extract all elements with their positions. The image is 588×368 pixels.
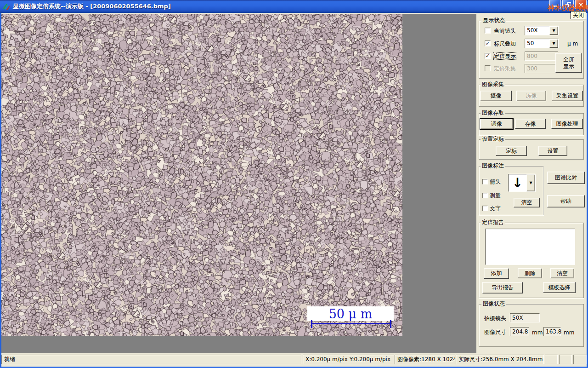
fullscreen-button-line2: 显示 xyxy=(563,63,574,70)
annotation-clear-button[interactable]: 清空 xyxy=(514,198,540,207)
image-storage-group-label: 图像存取 xyxy=(481,110,505,116)
shoot-lens-label: 拍摄镜头 xyxy=(484,315,506,322)
micrograph-image[interactable] xyxy=(1,14,402,336)
image-capture-group-label: 图像采集 xyxy=(481,81,505,87)
fixed-display-label[interactable]: 定倍显示 xyxy=(494,53,516,59)
shoot-button[interactable]: 摄像 xyxy=(480,91,512,101)
arrow-label[interactable]: 箭头 xyxy=(490,178,501,185)
scalebar-label: 50 μ m xyxy=(329,308,373,320)
fixed-capture-label: 定倍采集 xyxy=(494,65,516,72)
template-select-button[interactable]: 模板选择 xyxy=(543,282,576,293)
image-status-group xyxy=(479,304,584,347)
export-report-button[interactable]: 导出报告 xyxy=(482,282,523,293)
image-width-input[interactable]: 204.8 xyxy=(510,327,529,336)
application-window: 50 μ m 显示状态 当前镜头 50X ▼ ✓ 标尺叠加 50 ▼ μ m ✓… xyxy=(0,0,588,368)
report-listbox[interactable] xyxy=(485,229,575,265)
measure-label[interactable]: 测量 xyxy=(490,192,501,199)
fixed-capture-checkbox xyxy=(485,65,491,71)
current-lens-value: 50X xyxy=(525,26,549,35)
check-icon: ✓ xyxy=(486,41,490,46)
image-size-label: 图像尺寸 xyxy=(484,329,506,335)
fullscreen-button[interactable]: 全屏 显示 xyxy=(555,53,582,73)
scalebar-tick-right xyxy=(390,320,391,328)
status-actual-size: 实际尺寸:256.0mm X 204.8mm xyxy=(456,355,544,364)
image-height-input[interactable]: 163.8 xyxy=(543,327,561,336)
chevron-down-icon[interactable]: ▼ xyxy=(526,174,535,191)
status-image-pixels: 图像像素:1280 X 1024 xyxy=(395,355,455,364)
fixed-display-checkbox[interactable]: ✓ xyxy=(485,53,491,59)
status-empty-3 xyxy=(573,355,587,364)
title-bar[interactable]: 显微图像定倍系统--演示版 - [20090602055646.bmp] xyxy=(0,0,588,13)
arrow-down-icon: ↓ xyxy=(509,174,526,191)
report-delete-button[interactable]: 删除 xyxy=(518,268,542,278)
calibration-group xyxy=(479,139,584,160)
chevron-down-icon[interactable]: ▼ xyxy=(549,39,558,48)
image-width-unit: mm xyxy=(532,329,543,336)
measure-checkbox[interactable] xyxy=(482,193,488,198)
status-empty-1 xyxy=(545,355,558,364)
report-clear-button[interactable]: 清空 xyxy=(550,268,574,278)
status-pixel-scale: X:0.200μ m/pix Y:0.200μ m/pix xyxy=(303,355,394,364)
freeze-button: 冻像 xyxy=(516,91,546,101)
status-empty-2 xyxy=(559,355,572,364)
calibration-group-label: 设置定标 xyxy=(481,136,505,142)
scalebar-line xyxy=(311,323,391,324)
calibrate-button[interactable]: 定标 xyxy=(496,146,527,156)
arrow-checkbox[interactable] xyxy=(482,179,488,184)
ruler-overlay-label[interactable]: 标尺叠加 xyxy=(494,40,516,47)
capture-settings-button[interactable]: 采集设置 xyxy=(552,91,583,101)
save-image-button[interactable]: 存像 xyxy=(515,119,546,129)
status-bar: 就绪 X:0.200μ m/pix Y:0.200μ m/pix 图像像素:12… xyxy=(1,353,587,367)
fullscreen-button-line1: 全屏 xyxy=(563,56,574,63)
arrow-style-select[interactable]: ↓ ▼ xyxy=(508,174,536,192)
current-lens-label[interactable]: 当前镜头 xyxy=(494,28,516,34)
atlas-compare-button[interactable]: 图谱比对 xyxy=(547,172,585,184)
text-checkbox[interactable] xyxy=(482,206,488,211)
app-icon xyxy=(2,3,10,11)
ruler-unit-label: μ m xyxy=(567,40,578,47)
calibration-setup-button[interactable]: 设置 xyxy=(538,146,567,156)
help-button[interactable]: 帮助 xyxy=(547,195,585,207)
display-status-group-label: 显示状态 xyxy=(481,17,506,23)
shoot-lens-input[interactable]: 50X xyxy=(510,313,540,322)
report-group-label: 定倍报告 xyxy=(481,219,505,225)
window-title: 显微图像定倍系统--演示版 - [20090602055646.bmp] xyxy=(13,2,171,11)
ruler-size-value: 50 xyxy=(525,39,549,48)
annotation-group-label: 图像标注 xyxy=(481,163,505,169)
ruler-size-select[interactable]: 50 ▼ xyxy=(525,39,559,48)
report-add-button[interactable]: 添加 xyxy=(484,268,509,279)
close-tooltip: 关闭 xyxy=(571,11,586,19)
load-image-button[interactable]: 调像 xyxy=(480,119,513,129)
current-lens-checkbox[interactable] xyxy=(485,28,491,34)
scalebar-tick-left xyxy=(311,320,312,328)
check-icon: ✓ xyxy=(486,53,490,58)
image-status-group-label: 图像状态 xyxy=(481,301,506,307)
chevron-down-icon[interactable]: ▼ xyxy=(549,26,558,35)
fixed-display-input: 800 xyxy=(525,52,558,61)
fixed-capture-input: 300 xyxy=(525,64,558,73)
scalebar: 50 μ m xyxy=(307,306,394,321)
text-label[interactable]: 文字 xyxy=(490,205,501,212)
window-border-left xyxy=(0,13,1,368)
ruler-overlay-checkbox[interactable]: ✓ xyxy=(485,40,491,46)
current-lens-select[interactable]: 50X ▼ xyxy=(525,26,559,35)
image-height-unit: mm xyxy=(564,329,574,336)
status-ready: 就绪 xyxy=(1,355,301,364)
image-process-button[interactable]: 图像处理 xyxy=(551,119,583,129)
